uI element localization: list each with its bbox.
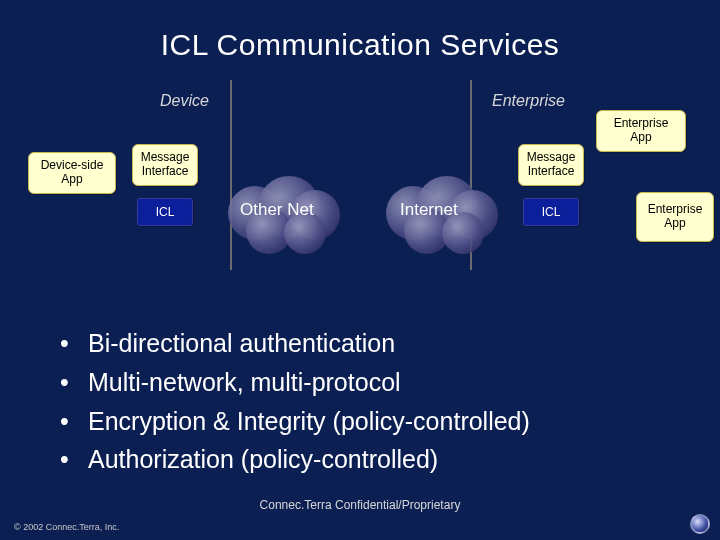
bullet-item: •Bi-directional authentication [60,324,680,363]
bullet-item: •Multi-network, multi-protocol [60,363,680,402]
copyright-footer: © 2002 Connec.Terra, Inc. [14,522,119,532]
box-enterprise-app-bottom: EnterpriseApp [636,192,714,242]
label-internet: Internet [400,200,458,220]
bullet-text: Multi-network, multi-protocol [88,363,401,402]
architecture-diagram: Device Enterprise Device-sideApp Message… [0,80,720,300]
box-message-interface-left: MessageInterface [132,144,198,186]
globe-icon [690,514,710,534]
box-enterprise-app-top: EnterpriseApp [596,110,686,152]
label-other-net: Other Net [240,200,314,220]
bullet-text: Authorization (policy-controlled) [88,440,438,479]
column-label-device: Device [160,92,209,110]
slide-title: ICL Communication Services [0,0,720,62]
confidential-footer: Connec.Terra Confidential/Proprietary [0,498,720,512]
box-device-side-app: Device-sideApp [28,152,116,194]
box-icl-left: ICL [137,198,193,226]
column-label-enterprise: Enterprise [492,92,565,110]
bullet-item: •Encryption & Integrity (policy-controll… [60,402,680,441]
bullet-list: •Bi-directional authentication •Multi-ne… [60,324,680,479]
bullet-text: Bi-directional authentication [88,324,395,363]
bullet-item: •Authorization (policy-controlled) [60,440,680,479]
box-message-interface-right: MessageInterface [518,144,584,186]
bullet-text: Encryption & Integrity (policy-controlle… [88,402,530,441]
box-icl-right: ICL [523,198,579,226]
